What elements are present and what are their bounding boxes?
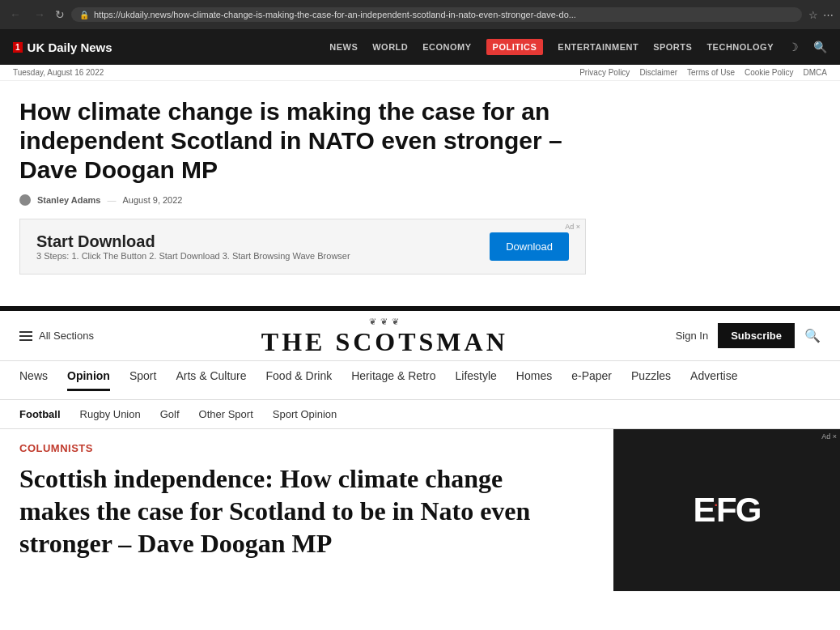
scotsman-header: All Sections ❦ ❦ ❦ THE SCOTSMAN Sign In …: [0, 311, 840, 361]
hamburger-icon: [19, 331, 32, 341]
ukdaily-subheader: Tuesday, August 16 2022 Privacy Policy D…: [0, 65, 840, 81]
logo-text: THE SCOTSMAN: [94, 329, 676, 355]
subnav-rugby-union[interactable]: Rugby Union: [80, 408, 141, 420]
settings-icon[interactable]: ⋯: [823, 9, 834, 21]
subscribe-button[interactable]: Subscribe: [718, 323, 795, 348]
scotsman-ad-sidebar: Ad × E·FG: [613, 429, 840, 591]
moon-icon: ☽: [788, 40, 799, 53]
scotsman-site: All Sections ❦ ❦ ❦ THE SCOTSMAN Sign In …: [0, 311, 840, 630]
nav-sport[interactable]: Sport: [129, 369, 156, 391]
ad-label[interactable]: Ad ×: [565, 223, 580, 231]
byline: Stanley Adams — August 9, 2022: [19, 194, 821, 206]
nav-economy[interactable]: ECONOMY: [422, 42, 471, 52]
nav-entertainment[interactable]: ENTERTAINMENT: [558, 42, 638, 52]
terms-link[interactable]: Terms of Use: [687, 68, 735, 77]
scotsman-article-headline: Scottish independence: How climate chang…: [19, 462, 537, 560]
lock-icon: 🔒: [79, 11, 89, 19]
ukdaily-logo[interactable]: 1 UK Daily News: [13, 40, 112, 54]
ukdaily-article-content: How climate change is making the case fo…: [0, 81, 840, 287]
all-sections-label: All Sections: [39, 330, 94, 342]
author-name[interactable]: Stanley Adams: [37, 195, 100, 205]
back-button[interactable]: ←: [6, 6, 24, 23]
site-name: UK Daily News: [28, 40, 112, 54]
nav-food-drink[interactable]: Food & Drink: [266, 369, 333, 391]
refresh-button[interactable]: ↻: [55, 8, 65, 21]
nav-epaper[interactable]: e-Paper: [571, 369, 612, 391]
nav-technology[interactable]: TECHNOLOGY: [706, 42, 774, 52]
nav-advertise[interactable]: Advertise: [690, 369, 737, 391]
privacy-policy-link[interactable]: Privacy Policy: [579, 68, 630, 77]
forward-button[interactable]: →: [31, 6, 49, 23]
scotsman-main-nav: News Opinion Sport Arts & Culture Food &…: [0, 361, 840, 400]
subnav-sport-opinion[interactable]: Sport Opinion: [273, 408, 337, 420]
search-icon[interactable]: 🔍: [804, 328, 821, 343]
download-button[interactable]: Download: [490, 232, 569, 261]
ad-close-label[interactable]: Ad ×: [821, 432, 837, 441]
article-title: How climate change is making the case fo…: [19, 97, 586, 185]
disclaimer-link[interactable]: Disclaimer: [639, 68, 677, 77]
byline-separator: —: [107, 195, 116, 205]
scotsman-ad-banner[interactable]: Ad × E·FG: [613, 429, 840, 591]
scotsman-article: Columnists Scottish independence: How cl…: [0, 429, 613, 591]
subnav-other-sport[interactable]: Other Sport: [199, 408, 253, 420]
publish-date: Tuesday, August 16 2022: [13, 68, 104, 77]
nav-news[interactable]: News: [19, 369, 48, 391]
address-bar[interactable]: 🔒 https://ukdaily.news/how-climate-chang…: [71, 7, 802, 22]
scotsman-sport-subnav: Football Rugby Union Golf Other Sport Sp…: [0, 400, 840, 429]
policy-links: Privacy Policy Disclaimer Terms of Use C…: [579, 68, 827, 77]
subnav-golf[interactable]: Golf: [160, 408, 180, 420]
header-actions: Sign In Subscribe 🔍: [676, 323, 821, 348]
publish-date-byline: August 9, 2022: [122, 195, 182, 205]
nav-homes[interactable]: Homes: [516, 369, 552, 391]
efg-logo: E·FG: [694, 491, 761, 530]
nav-heritage-retro[interactable]: Heritage & Retro: [351, 369, 435, 391]
nav-arts-culture[interactable]: Arts & Culture: [176, 369, 246, 391]
ukdaily-header: 1 UK Daily News NEWS WORLD ECONOMY POLIT…: [0, 29, 840, 65]
author-avatar: [19, 194, 31, 206]
nav-politics[interactable]: POLITICS: [486, 39, 544, 55]
ad-subtext: 3 Steps: 1. Click The Button 2. Start Do…: [36, 251, 350, 261]
dmca-link[interactable]: DMCA: [804, 68, 827, 77]
ukdaily-nav: NEWS WORLD ECONOMY POLITICS ENTERTAINMEN…: [329, 39, 827, 55]
ad-unit: Ad × Start Download 3 Steps: 1. Click Th…: [19, 219, 586, 275]
flag-badge: 1: [13, 42, 23, 53]
scotsman-content-area: Columnists Scottish independence: How cl…: [0, 429, 840, 591]
logo-emblem: ❦ ❦ ❦: [94, 317, 676, 327]
nav-opinion[interactable]: Opinion: [67, 369, 110, 391]
cookie-link[interactable]: Cookie Policy: [745, 68, 794, 77]
subnav-football[interactable]: Football: [19, 408, 61, 420]
signin-link[interactable]: Sign In: [676, 330, 708, 342]
ukdaily-site: 1 UK Daily News NEWS WORLD ECONOMY POLIT…: [0, 29, 840, 306]
search-icon[interactable]: 🔍: [813, 40, 827, 53]
ad-content: Start Download 3 Steps: 1. Click The But…: [36, 232, 350, 261]
nav-puzzles[interactable]: Puzzles: [631, 369, 671, 391]
bookmark-icon[interactable]: ☆: [808, 9, 818, 21]
all-sections-menu[interactable]: All Sections: [19, 330, 94, 342]
browser-chrome: ← → ↻ 🔒 https://ukdaily.news/how-climate…: [0, 0, 840, 29]
nav-news[interactable]: NEWS: [329, 42, 358, 52]
columnists-label: Columnists: [19, 442, 594, 454]
e-letter: E: [694, 491, 715, 529]
fg-letters: FG: [716, 491, 760, 529]
url-text: https://ukdaily.news/how-climate-change-…: [94, 10, 576, 19]
nav-world[interactable]: WORLD: [372, 42, 408, 52]
ad-heading: Start Download: [36, 232, 350, 251]
scotsman-logo[interactable]: ❦ ❦ ❦ THE SCOTSMAN: [94, 317, 676, 355]
nav-sports[interactable]: SPORTS: [653, 42, 692, 52]
nav-lifestyle[interactable]: Lifestyle: [456, 369, 497, 391]
